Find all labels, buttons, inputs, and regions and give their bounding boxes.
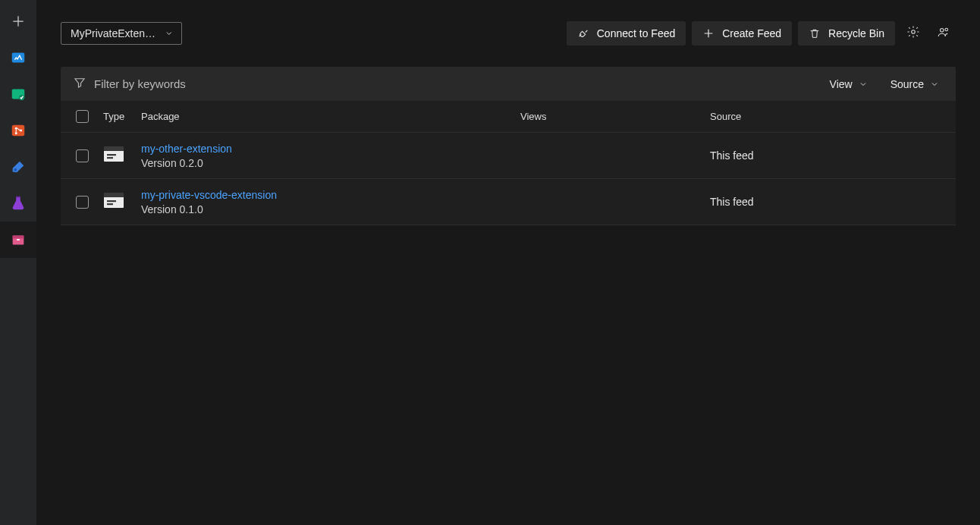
- gear-icon: [906, 25, 920, 42]
- sidebar-item-artifacts[interactable]: [0, 222, 36, 258]
- connect-to-feed-button[interactable]: Connect to Feed: [567, 21, 686, 46]
- svg-rect-11: [17, 239, 20, 240]
- package-version: Version 0.1.0: [141, 203, 520, 215]
- filter-input[interactable]: Filter by keywords: [73, 76, 186, 92]
- select-all-checkbox[interactable]: [76, 110, 89, 123]
- source-dropdown[interactable]: Source: [890, 78, 939, 90]
- table-body: my-other-extension Version 0.2.0 This fe…: [61, 133, 956, 225]
- permissions-button[interactable]: [931, 21, 956, 46]
- toolbar: MyPrivateExtensi... Connect to Feed Crea…: [61, 21, 956, 46]
- create-feed-label: Create Feed: [722, 27, 781, 39]
- create-feed-button[interactable]: Create Feed: [692, 21, 792, 46]
- sidebar-item-dashboards[interactable]: [0, 39, 36, 76]
- plus-icon: [702, 27, 715, 39]
- plug-icon: [577, 27, 589, 39]
- chevron-down-icon: [165, 29, 174, 38]
- svg-point-14: [945, 28, 948, 31]
- testplans-icon: [9, 194, 27, 212]
- column-package[interactable]: Package: [141, 111, 520, 122]
- svg-rect-17: [107, 154, 116, 156]
- boards-icon: [9, 85, 27, 103]
- feed-selector-label: MyPrivateExtensi...: [71, 27, 159, 39]
- trash-icon: [809, 27, 821, 39]
- chevron-down-icon: [930, 80, 939, 89]
- svg-rect-8: [16, 196, 20, 198]
- package-version: Version 0.2.0: [141, 157, 520, 169]
- source-dropdown-label: Source: [890, 78, 924, 90]
- table-row[interactable]: my-private-vscode-extension Version 0.1.…: [61, 179, 956, 225]
- svg-rect-20: [104, 193, 124, 197]
- svg-rect-21: [107, 200, 116, 202]
- package-type-icon: [103, 146, 124, 162]
- row-checkbox[interactable]: [76, 149, 89, 162]
- packages-panel: Filter by keywords View Source Type: [61, 67, 956, 225]
- sidebar-item-testplans[interactable]: [0, 185, 36, 222]
- filter-bar: Filter by keywords View Source: [61, 67, 956, 101]
- svg-rect-10: [13, 236, 24, 239]
- column-source[interactable]: Source: [710, 111, 956, 122]
- filter-placeholder: Filter by keywords: [94, 77, 186, 90]
- svg-point-7: [14, 168, 17, 171]
- people-icon: [937, 25, 950, 42]
- column-type[interactable]: Type: [103, 111, 141, 122]
- recycle-bin-label: Recycle Bin: [828, 27, 884, 39]
- table-row[interactable]: my-other-extension Version 0.2.0 This fe…: [61, 133, 956, 179]
- row-checkbox[interactable]: [76, 196, 89, 209]
- main-content: MyPrivateExtensi... Connect to Feed Crea…: [36, 0, 980, 525]
- table-header: Type Package Views Source: [61, 101, 956, 133]
- recycle-bin-button[interactable]: Recycle Bin: [798, 21, 895, 46]
- plus-icon: [9, 12, 27, 30]
- svg-rect-18: [107, 157, 113, 159]
- package-name-link[interactable]: my-other-extension: [141, 143, 232, 155]
- pipelines-icon: [9, 158, 27, 176]
- filter-dropdowns: View Source: [830, 78, 939, 90]
- dashboard-icon: [9, 49, 27, 67]
- sidebar-item-repos[interactable]: [0, 112, 36, 149]
- sidebar-item-new[interactable]: [0, 3, 36, 39]
- toolbar-actions: Connect to Feed Create Feed Recycle Bin: [567, 21, 956, 46]
- feed-settings-button[interactable]: [901, 21, 925, 46]
- sidebar-item-pipelines[interactable]: [0, 149, 36, 185]
- svg-rect-22: [107, 203, 113, 205]
- view-dropdown[interactable]: View: [830, 78, 868, 90]
- chevron-down-icon: [859, 80, 868, 89]
- view-dropdown-label: View: [830, 78, 853, 90]
- sidebar-item-boards[interactable]: [0, 76, 36, 112]
- nav-sidebar: [0, 0, 36, 525]
- svg-rect-3: [12, 125, 25, 137]
- connect-to-feed-label: Connect to Feed: [597, 27, 676, 39]
- filter-icon: [73, 76, 86, 92]
- svg-point-12: [912, 30, 916, 34]
- package-name-link[interactable]: my-private-vscode-extension: [141, 189, 277, 201]
- artifacts-icon: [9, 231, 27, 249]
- package-type-icon: [103, 192, 124, 209]
- package-source: This feed: [710, 149, 956, 162]
- feed-selector[interactable]: MyPrivateExtensi...: [61, 22, 182, 45]
- svg-rect-16: [104, 146, 124, 151]
- column-views[interactable]: Views: [520, 111, 710, 122]
- package-source: This feed: [710, 196, 956, 208]
- repos-icon: [9, 121, 27, 140]
- svg-point-13: [941, 29, 944, 33]
